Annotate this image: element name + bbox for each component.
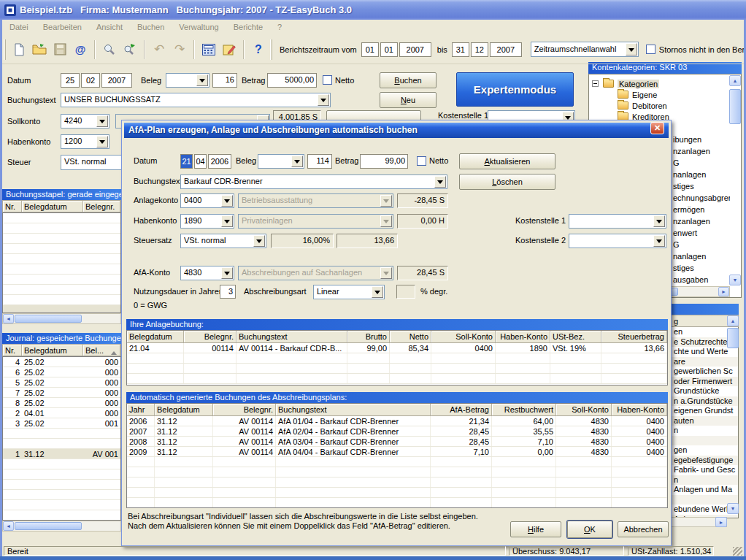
column-header[interactable]: Jahr — [127, 404, 155, 415]
column-header[interactable]: Haben-Konto — [496, 331, 550, 342]
chevron-down-icon[interactable] — [253, 235, 265, 247]
resize-grip[interactable] — [733, 547, 742, 556]
chevron-down-icon[interactable] — [96, 136, 108, 147]
table-row[interactable]: 200931.12AV 00114AfA 04/04 - Barkauf CDR… — [127, 447, 667, 457]
beleg-combo[interactable] — [258, 154, 304, 169]
chevron-down-icon[interactable] — [318, 94, 329, 106]
scroll-down-icon[interactable]: ▼ — [727, 503, 739, 514]
search-replace-icon[interactable] — [120, 40, 139, 59]
table-row[interactable]: 204.01000 — [3, 408, 120, 418]
anlagebuchung-table[interactable]: BelegdatumBelegnr.BuchungstextBruttoNett… — [126, 330, 668, 386]
table-row[interactable]: 525.02000 — [3, 377, 120, 388]
column-header[interactable]: Netto — [390, 331, 431, 342]
nutzungsdauer-field[interactable]: 3 — [220, 285, 236, 299]
tree-item-label[interactable]: Eigene — [632, 91, 657, 99]
scroll-left-icon[interactable]: ◄ — [3, 314, 14, 323]
expertenmodus-button[interactable]: Expertenmodus — [456, 72, 574, 107]
menu-datei[interactable]: Datei — [2, 20, 36, 35]
date-year-field[interactable]: 2007 — [101, 73, 132, 88]
beleg-combo[interactable] — [166, 73, 209, 88]
table-row[interactable] — [3, 500, 120, 510]
abbrechen-button[interactable]: Abbrechen — [618, 521, 669, 537]
journal-hscrollbar[interactable]: ◄ — [2, 521, 121, 532]
buchen-button[interactable]: Buchen — [380, 72, 437, 88]
afa-konto-combo[interactable]: 4830 — [180, 266, 234, 280]
table-row[interactable]: 325.02001 — [3, 418, 120, 429]
abschreibungsart-combo[interactable]: Linear — [313, 285, 385, 299]
chevron-down-icon[interactable] — [96, 115, 108, 127]
table-row[interactable] — [3, 275, 120, 285]
storno-checkbox[interactable] — [646, 45, 655, 54]
column-header[interactable]: Nr. — [3, 201, 22, 212]
table-row[interactable] — [3, 285, 120, 295]
menu-hilfe[interactable]: ? — [270, 20, 289, 35]
column-header[interactable]: Belegnr. — [83, 201, 120, 212]
help-icon[interactable]: ? — [249, 40, 268, 59]
table-row[interactable] — [3, 234, 120, 244]
belegnr-field[interactable]: 16 — [212, 73, 237, 88]
betrag-field[interactable]: 5000,00 — [267, 73, 317, 88]
aktualisieren-button[interactable]: Aktualisieren — [459, 153, 555, 169]
table-row[interactable] — [127, 374, 667, 384]
betrag-field[interactable]: 99,00 — [360, 154, 408, 169]
open-folder-icon[interactable] — [30, 40, 49, 59]
column-header[interactable]: Brutto — [347, 331, 390, 342]
table-row[interactable]: 625.02000 — [3, 367, 120, 377]
abschreibungsplan-table[interactable]: JahrBelegdatumBelegnr.BuchungstextAfA-Be… — [126, 403, 668, 508]
dialog-close-icon[interactable]: ✕ — [650, 122, 664, 134]
column-header[interactable]: Restbuchwert — [492, 404, 556, 415]
steuersatz-combo[interactable]: VSt. normal — [180, 234, 266, 248]
period-to-month[interactable]: 12 — [471, 42, 488, 57]
scroll-up-icon[interactable]: ▲ — [729, 75, 741, 86]
table-row[interactable] — [127, 498, 667, 508]
quick-period-select[interactable]: Zeitraumschnellanwahl — [531, 42, 639, 57]
journal-panel-table[interactable]: 425.02000625.02000525.02000725.02000825.… — [2, 356, 121, 521]
scroll-left-icon[interactable]: ◄ — [3, 521, 14, 531]
table-row[interactable] — [127, 488, 667, 498]
period-from-day[interactable]: 01 — [361, 42, 379, 57]
table-row[interactable] — [3, 295, 120, 305]
tree-item-kategorien[interactable]: Kategorien — [592, 78, 659, 89]
table-body[interactable]: 21.0400114AV 00114 - Barkauf CDR-B...99,… — [127, 343, 667, 384]
table-row[interactable] — [3, 439, 120, 449]
chevron-down-icon[interactable] — [434, 176, 446, 188]
column-header[interactable]: Belegdatum — [22, 345, 83, 356]
scroll-thumb[interactable] — [727, 328, 739, 348]
scroll-right-icon[interactable]: ► — [718, 287, 729, 296]
tree-item-debitoren[interactable]: Debitoren — [618, 100, 667, 111]
buchungstext-combo[interactable]: UNSER BUCHUNGSSATZ — [61, 93, 331, 107]
menu-berichte[interactable]: Berichte — [226, 20, 270, 35]
table-row[interactable] — [3, 510, 120, 521]
tree-item-label[interactable]: Debitoren — [632, 101, 667, 110]
habenkonto-combo[interactable]: 1890 — [180, 214, 234, 229]
column-header[interactable]: Soll-Konto — [556, 404, 612, 415]
anlagekonto-combo[interactable]: 0400 — [180, 193, 234, 208]
search-icon[interactable] — [100, 40, 119, 59]
menu-ansicht[interactable]: Ansicht — [89, 20, 130, 35]
table-row[interactable] — [3, 213, 120, 223]
chevron-down-icon[interactable] — [626, 43, 637, 55]
chevron-down-icon[interactable] — [653, 235, 665, 247]
redo-icon[interactable]: ↷ — [170, 40, 189, 59]
date-day-field[interactable]: 21 — [180, 154, 193, 169]
tree-item-eigene[interactable]: Eigene — [618, 89, 657, 100]
tree-item-label[interactable]: Kategorien — [618, 80, 659, 88]
chevron-down-icon[interactable] — [196, 74, 208, 86]
table-row[interactable]: 200831.12AV 00114AfA 03/04 - Barkauf CDR… — [127, 437, 667, 447]
scroll-up-icon[interactable]: ▲ — [727, 315, 739, 326]
date-month-field[interactable]: 02 — [81, 73, 100, 88]
table-row[interactable] — [3, 480, 120, 490]
undo-icon[interactable]: ↶ — [150, 40, 169, 59]
table-row[interactable]: 725.02000 — [3, 388, 120, 398]
scroll-thumb[interactable] — [15, 522, 82, 530]
column-header[interactable]: Haben-Konto — [612, 404, 667, 415]
loeschen-button[interactable]: Löschen — [459, 174, 555, 190]
table-body[interactable]: 200631.12AV 00114AfA 01/04 - Barkauf CDR… — [127, 416, 667, 508]
table-row[interactable] — [3, 490, 120, 500]
column-header[interactable]: Belegdatum — [155, 404, 213, 415]
table-row[interactable] — [127, 457, 667, 467]
column-header[interactable]: Belegnr. — [184, 331, 237, 342]
date-day-field[interactable]: 25 — [61, 73, 80, 88]
neu-button[interactable]: Neu — [380, 92, 437, 108]
table-row[interactable] — [3, 459, 120, 469]
